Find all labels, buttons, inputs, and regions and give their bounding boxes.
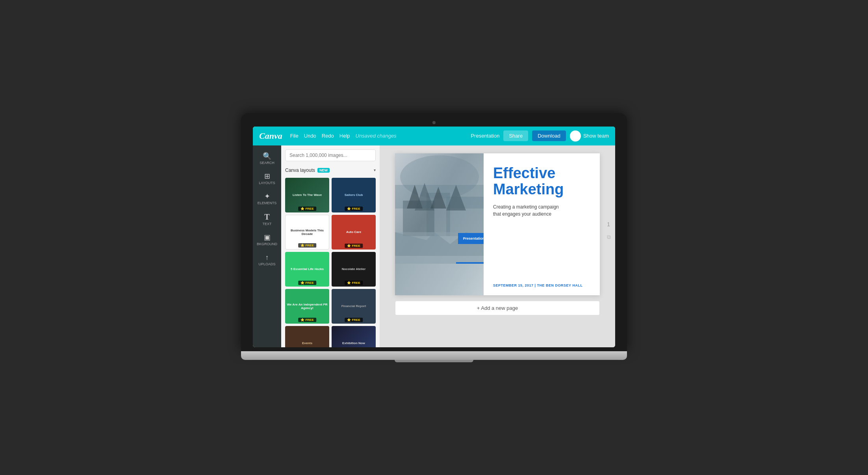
free-badge: ⭐ FREE [298, 318, 316, 322]
free-badge: ⭐ FREE [298, 243, 316, 248]
main-area: 🔍 SEARCH ⊞ LAYOUTS ✦ ELEMENTS T [253, 145, 615, 347]
laptop-foot [395, 360, 473, 362]
show-team-button[interactable]: Show team [570, 130, 609, 142]
template-name: Sailors Club [345, 193, 363, 197]
panels: Canva layouts NEW ▾ Listen To The Wave⭐ … [281, 145, 615, 347]
slide-title: Effective Marketing [493, 165, 590, 198]
slide-number: 1 [607, 221, 610, 227]
free-badge: ⭐ FREE [345, 281, 363, 285]
text-icon: T [264, 213, 269, 221]
search-icon: 🔍 [263, 153, 271, 160]
layout-label: Canva layouts [285, 168, 315, 173]
template-name: We Are An Independent PR Agency! [287, 303, 328, 310]
free-badge: ⭐ FREE [345, 244, 363, 248]
sidebar-item-uploads[interactable]: ↑ UPLOADS [253, 251, 281, 269]
layout-header: Canva layouts NEW ▾ [281, 165, 380, 175]
redo-menu[interactable]: Redo [322, 133, 334, 139]
free-badge: ⭐ FREE [298, 207, 316, 211]
template-card-t5[interactable]: 5 Essential Life Hacks⭐ FREE [285, 252, 329, 287]
download-button[interactable]: Download [532, 130, 566, 141]
template-card-t10[interactable]: Exhibition Now⭐ FREE [332, 326, 376, 347]
avatar [570, 130, 581, 142]
canva-logo[interactable]: Canva [259, 131, 282, 141]
sidebar: 🔍 SEARCH ⊞ LAYOUTS ✦ ELEMENTS T [253, 145, 281, 347]
new-badge: NEW [317, 168, 330, 173]
template-name: Listen To The Wave [293, 193, 322, 197]
template-card-t9[interactable]: Events⭐ FREE [285, 326, 329, 347]
layout-dropdown-icon[interactable]: ▾ [374, 168, 376, 172]
search-box [281, 145, 380, 165]
add-page-button[interactable]: + Add a new page [395, 301, 600, 315]
topbar-right: Presentation Share Download Show team [471, 130, 609, 142]
sidebar-item-background[interactable]: ▣ BKGROUND [253, 231, 281, 249]
template-name: Events [302, 341, 312, 345]
template-name: Exhibition Now [342, 341, 365, 345]
undo-menu[interactable]: Undo [304, 133, 316, 139]
slide-container: Presentation Effectiv [395, 153, 600, 295]
slide-date: SEPTEMBER 15, 2017 | THE BEN DORSEY HALL [493, 283, 590, 287]
slide-content: Effective Marketing Creating a marketing… [484, 153, 600, 295]
canvas-area: Presentation Effectiv [380, 145, 615, 347]
slide[interactable]: Presentation Effectiv [395, 153, 600, 295]
help-menu[interactable]: Help [339, 133, 350, 139]
template-card-t3[interactable]: Business Models This Decade⭐ FREE [285, 215, 329, 250]
template-card-t1[interactable]: Listen To The Wave⭐ FREE [285, 178, 329, 212]
templates-grid: Listen To The Wave⭐ FREESailors Club⭐ FR… [281, 175, 380, 347]
slide-image-svg [395, 153, 484, 295]
search-input[interactable] [285, 149, 376, 161]
sidebar-item-search[interactable]: 🔍 SEARCH [253, 149, 281, 168]
template-name: Financial Report [341, 304, 366, 308]
template-name: Nocolate Atelier [342, 267, 366, 271]
svg-rect-8 [395, 256, 484, 295]
template-card-t6[interactable]: Nocolate Atelier⭐ FREE [332, 252, 376, 287]
template-card-t4[interactable]: Auto Care⭐ FREE [332, 215, 376, 250]
share-button[interactable]: Share [503, 130, 528, 141]
slide-subtitle: Creating a marketing campaignthat engage… [493, 203, 590, 218]
presentation-label: Presentation [471, 133, 499, 139]
topbar-menu: File Undo Redo Help Unsaved changes [290, 133, 397, 139]
layouts-icon: ⊞ [264, 173, 270, 180]
free-badge: ⭐ FREE [345, 207, 363, 211]
template-card-t7[interactable]: We Are An Independent PR Agency!⭐ FREE [285, 289, 329, 324]
free-badge: ⭐ FREE [298, 281, 316, 285]
slide-image: Presentation [395, 153, 484, 295]
free-badge: ⭐ FREE [345, 318, 363, 322]
template-name: 5 Essential Life Hacks [291, 267, 324, 271]
uploads-icon: ↑ [265, 254, 269, 261]
template-card-t2[interactable]: Sailors Club⭐ FREE [332, 178, 376, 212]
copy-slide-icon[interactable]: ⧉ [607, 234, 611, 240]
file-menu[interactable]: File [290, 133, 299, 139]
sidebar-item-elements[interactable]: ✦ ELEMENTS [253, 190, 281, 208]
elements-icon: ✦ [264, 193, 270, 200]
template-name: Auto Care [346, 230, 361, 234]
laptop-base [241, 351, 627, 360]
template-card-t8[interactable]: Financial Report⭐ FREE [332, 289, 376, 324]
left-panel: Canva layouts NEW ▾ Listen To The Wave⭐ … [281, 145, 380, 347]
sidebar-item-text[interactable]: T TEXT [253, 210, 281, 229]
sidebar-item-layouts[interactable]: ⊞ LAYOUTS [253, 170, 281, 188]
slide-presentation-badge: Presentation [458, 233, 484, 244]
slide-blue-bar [456, 262, 484, 264]
template-name: Business Models This Decade [287, 229, 327, 236]
background-icon: ▣ [264, 234, 271, 241]
unsaved-indicator: Unsaved changes [356, 133, 397, 139]
topbar: Canva File Undo Redo Help Unsaved change… [253, 127, 615, 145]
